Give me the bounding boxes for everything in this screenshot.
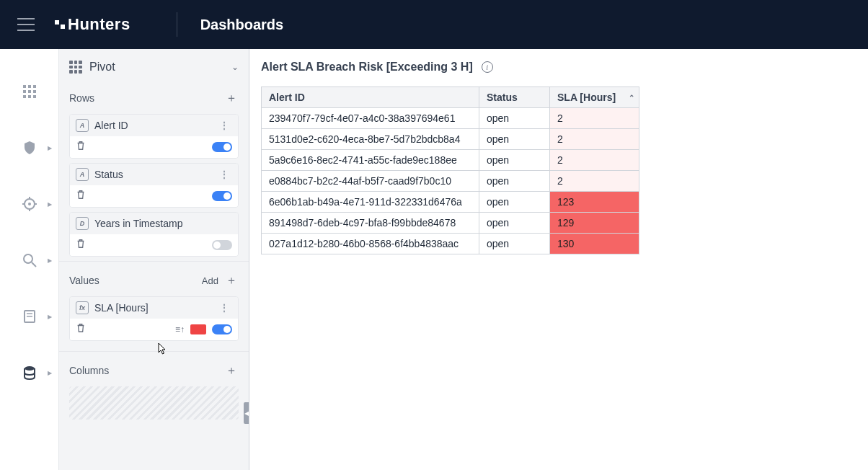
collapse-panel-handle[interactable]: ◀	[244, 402, 249, 424]
cell-sla: 2	[550, 108, 639, 129]
cell-status: open	[479, 171, 550, 192]
rows-section-heading: Rows ＋	[59, 84, 249, 110]
columns-section-heading: Columns ＋	[59, 356, 249, 382]
cell-status: open	[479, 213, 550, 234]
col-header-sla[interactable]: SLA [Hours] ⌃	[550, 87, 639, 108]
add-value-button[interactable]: ＋	[224, 273, 239, 288]
cell-alert-id: 027a1d12-b280-46b0-8568-6f4bb4838aac	[262, 234, 479, 254]
field-menu-button[interactable]: ⋮	[216, 302, 232, 314]
row-field-years[interactable]: D Years in Timestamp	[69, 212, 239, 257]
nav-item-shield[interactable]: ▶	[13, 131, 46, 164]
delete-field-button[interactable]	[76, 190, 86, 203]
table-body: 239470f7-79cf-4e07-a4c0-38a397694e61open…	[262, 108, 639, 254]
pivot-header[interactable]: Pivot ⌄	[59, 49, 249, 84]
field-menu-button[interactable]: ⋮	[216, 169, 232, 180]
sort-asc-icon: ⌃	[629, 94, 634, 102]
pivot-panel: Pivot ⌄ Rows ＋ A Alert ID ⋮ A Status ⋮	[59, 49, 249, 470]
logo[interactable]: Hunters	[55, 15, 130, 34]
delete-field-button[interactable]	[76, 239, 86, 252]
table-row[interactable]: 6e06b1ab-b49a-4e71-911d-322331d6476aopen…	[262, 192, 639, 213]
logo-mark-icon	[55, 19, 66, 30]
info-icon[interactable]: i	[482, 61, 493, 73]
chevron-right-icon: ▶	[48, 314, 52, 320]
pivot-icon	[69, 61, 82, 74]
cell-status: open	[479, 129, 550, 150]
table-row[interactable]: 891498d7-6deb-4c97-bfa8-f99bbde84678open…	[262, 213, 639, 234]
svg-rect-7	[28, 95, 31, 98]
table-row[interactable]: 239470f7-79cf-4e07-a4c0-38a397694e61open…	[262, 108, 639, 129]
nav-item-data[interactable]: ▶	[13, 356, 46, 389]
chevron-down-icon: ⌄	[231, 62, 239, 72]
values-label: Values	[69, 275, 99, 286]
svg-point-10	[28, 203, 31, 205]
hamburger-menu-button[interactable]	[17, 18, 35, 31]
top-nav: Hunters Dashboards	[0, 0, 868, 49]
col-header-alert-id[interactable]: Alert ID	[262, 87, 479, 108]
field-toggle[interactable]	[212, 191, 232, 201]
add-row-button[interactable]: ＋	[224, 91, 239, 105]
svg-rect-1	[28, 85, 31, 88]
svg-rect-8	[33, 95, 36, 98]
svg-rect-0	[23, 85, 26, 88]
field-toggle[interactable]	[212, 142, 232, 152]
data-table: Alert ID Status SLA [Hours] ⌃ 239470f7-7…	[261, 87, 639, 254]
cell-status: open	[479, 234, 550, 254]
color-chip[interactable]	[190, 324, 206, 334]
cell-status: open	[479, 150, 550, 171]
chevron-right-icon: ▶	[48, 370, 52, 376]
table-header-row: Alert ID Status SLA [Hours] ⌃	[262, 87, 639, 108]
add-value-label[interactable]: Add	[202, 275, 218, 286]
cell-alert-id: 891498d7-6deb-4c97-bfa8-f99bbde84678	[262, 213, 479, 234]
cell-sla: 2	[550, 150, 639, 171]
row-field-status[interactable]: A Status ⋮	[69, 163, 239, 208]
nav-item-grid[interactable]	[13, 75, 46, 108]
delete-field-button[interactable]	[76, 141, 86, 154]
svg-line-16	[32, 262, 36, 267]
col-header-status[interactable]: Status	[479, 87, 550, 108]
field-name: Status	[94, 169, 211, 180]
svg-rect-5	[33, 90, 36, 93]
delete-field-button[interactable]	[76, 323, 86, 336]
cell-sla: 130	[550, 234, 639, 254]
cell-status: open	[479, 108, 550, 129]
nav-item-search[interactable]: ▶	[13, 244, 46, 277]
pivot-label: Pivot	[89, 61, 224, 74]
values-section-heading: Values Add ＋	[59, 266, 249, 292]
field-menu-button[interactable]: ⋮	[216, 120, 232, 131]
field-toggle[interactable]	[212, 240, 232, 250]
table-row[interactable]: 5131d0e2-c620-4eca-8be7-5d7b2bdcb8a4open…	[262, 129, 639, 150]
table-row[interactable]: 5a9c6e16-8ec2-4741-a55c-fade9ec188eeopen…	[262, 150, 639, 171]
row-field-alert-id[interactable]: A Alert ID ⋮	[69, 114, 239, 159]
chevron-right-icon: ▶	[48, 257, 52, 264]
cell-status: open	[479, 192, 550, 213]
type-badge-text: A	[76, 168, 89, 181]
nav-item-target[interactable]: ▶	[13, 187, 46, 221]
field-name: Years in Timestamp	[94, 218, 232, 229]
columns-drop-zone[interactable]	[69, 386, 239, 420]
col-header-sla-label: SLA [Hours]	[557, 92, 616, 103]
add-column-button[interactable]: ＋	[224, 363, 239, 378]
table-row[interactable]: e0884bc7-b2c2-44af-b5f7-caad9f7b0c10open…	[262, 171, 639, 192]
logo-text: Hunters	[68, 15, 130, 34]
field-name: Alert ID	[94, 120, 211, 131]
chart-title: Alert SLA Breach Risk [Exceeding 3 H]	[261, 61, 473, 74]
page-title: Dashboards	[200, 17, 284, 33]
cell-sla: 123	[550, 192, 639, 213]
type-badge-date: D	[76, 217, 89, 230]
left-nav-rail: ▶ ▶ ▶ ▶ ▶	[0, 49, 59, 470]
svg-rect-4	[28, 90, 31, 93]
svg-rect-2	[33, 85, 36, 88]
svg-point-15	[24, 254, 32, 263]
value-field-sla[interactable]: fx SLA [Hours] ⋮ ≡↑	[69, 296, 239, 341]
svg-rect-6	[23, 95, 26, 98]
columns-label: Columns	[69, 365, 109, 376]
sort-asc-icon[interactable]: ≡↑	[175, 324, 185, 334]
cell-alert-id: 5a9c6e16-8ec2-4741-a55c-fade9ec188ee	[262, 150, 479, 171]
cell-alert-id: e0884bc7-b2c2-44af-b5f7-caad9f7b0c10	[262, 171, 479, 192]
content-area: Alert SLA Breach Risk [Exceeding 3 H] i …	[249, 49, 868, 470]
field-toggle[interactable]	[212, 324, 232, 334]
table-row[interactable]: 027a1d12-b280-46b0-8568-6f4bb4838aacopen…	[262, 234, 639, 254]
cell-alert-id: 239470f7-79cf-4e07-a4c0-38a397694e61	[262, 108, 479, 129]
nav-item-book[interactable]: ▶	[13, 300, 46, 333]
chevron-right-icon: ▶	[48, 145, 52, 151]
